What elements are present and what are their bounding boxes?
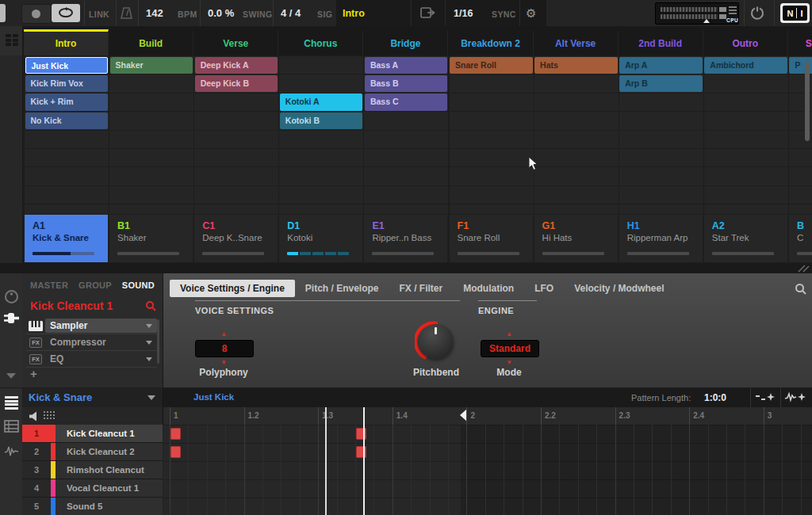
bpm-value[interactable]: 142 xyxy=(146,7,163,19)
pattern-cell-arp-a[interactable]: Arp A xyxy=(619,57,703,74)
track-row-vocal-cleancut-1[interactable]: 4Vocal Cleancut 1 xyxy=(22,479,163,498)
sound-search-icon[interactable] xyxy=(145,300,156,311)
pattern-length-value[interactable]: 1:0:0 xyxy=(704,392,726,403)
editor-group-header[interactable]: Kick & Snare xyxy=(22,388,163,407)
group-g1[interactable]: G1Hi Hats xyxy=(534,215,618,262)
record-button[interactable] xyxy=(21,4,52,24)
track-number[interactable]: 5 xyxy=(22,498,51,515)
play-button[interactable] xyxy=(0,4,6,22)
scene-tab-s[interactable]: S xyxy=(788,29,812,55)
pattern-cell-ambichord[interactable]: Ambichord xyxy=(704,57,787,74)
chevron-down-icon[interactable] xyxy=(146,341,152,345)
collapse-chevron-icon[interactable] xyxy=(6,373,16,379)
pattern-cell-snare-roll[interactable]: Snare Roll xyxy=(450,57,533,74)
mode-value[interactable]: Standard xyxy=(481,340,539,357)
pattern-cell-bass-c[interactable]: Bass C xyxy=(365,93,448,110)
pattern-cell-just-kick[interactable]: Just Kick xyxy=(25,57,109,74)
plugin-row-compressor[interactable]: FXCompressor xyxy=(26,334,157,351)
scene-tab-alt-verse[interactable]: Alt Verse xyxy=(534,29,619,55)
tab-lfo[interactable]: LFO xyxy=(524,280,564,297)
tab-group[interactable]: GROUP xyxy=(79,280,112,290)
speaker-icon[interactable] xyxy=(29,411,40,422)
scene-tab-breakdown-2[interactable]: Breakdown 2 xyxy=(448,29,533,55)
pattern-cell-arp-b[interactable]: Arp B xyxy=(619,75,703,92)
step-mode-button[interactable] xyxy=(752,388,779,407)
note-block[interactable] xyxy=(170,446,181,458)
group-e1[interactable]: E1Ripper..n Bass xyxy=(364,215,447,262)
plugin-row-eq[interactable]: FXEQ xyxy=(26,351,157,368)
tab-voice-settings-engine[interactable]: Voice Settings / Engine xyxy=(170,280,295,297)
track-row-rimshot-cleancut[interactable]: 3Rimshot Cleancut xyxy=(22,461,163,479)
pattern-cell-deep-kick-b[interactable]: Deep Kick B xyxy=(195,75,278,92)
scene-tab-bridge[interactable]: Bridge xyxy=(363,29,448,55)
plugin-row-sampler[interactable]: Sampler xyxy=(26,318,157,334)
pattern-cell-deep-kick-a[interactable]: Deep Kick A xyxy=(195,57,278,74)
grid-dots-icon[interactable] xyxy=(44,411,55,422)
track-number[interactable]: 1 xyxy=(22,425,51,442)
tab-fx-filter[interactable]: FX / Filter xyxy=(389,280,454,297)
track-number[interactable]: 4 xyxy=(22,479,51,497)
pattern-cell-kotoki-b[interactable]: Kotoki B xyxy=(280,113,363,129)
group-b[interactable]: BC xyxy=(789,215,812,262)
chevron-down-icon[interactable] xyxy=(146,324,152,328)
scene-tab-chorus[interactable]: Chorus xyxy=(278,29,363,55)
editor-pattern-name[interactable]: Just Kick xyxy=(193,392,234,402)
audition-button[interactable] xyxy=(782,388,809,407)
mode-down-icon[interactable]: ▼ xyxy=(481,359,538,366)
group-h1[interactable]: H1Ripperman Arp xyxy=(619,215,703,262)
track-row-kick-cleancut-1[interactable]: 1Kick Cleancut 1 xyxy=(22,425,163,443)
scene-tab-outro[interactable]: Outro xyxy=(703,29,788,55)
metronome-icon[interactable] xyxy=(120,6,133,20)
timeline-ruler[interactable]: 11.21.31.422.22.32.43 xyxy=(163,407,812,425)
arranger-scrollbar[interactable] xyxy=(805,62,810,141)
pattern-cell-hats[interactable]: Hats xyxy=(534,57,618,74)
sound-name[interactable]: Kick Cleancut 1 xyxy=(30,299,113,312)
tab-master[interactable]: MASTER xyxy=(30,280,68,290)
count-in-icon[interactable] xyxy=(420,7,435,19)
scene-tab-intro[interactable]: Intro xyxy=(24,29,109,55)
tab-pitch-envelope[interactable]: Pitch / Envelope xyxy=(295,280,389,297)
polyphony-down-icon[interactable]: ▼ xyxy=(195,359,252,366)
resize-handle-icon[interactable] xyxy=(795,265,810,273)
arranger-view-button[interactable] xyxy=(0,26,22,55)
track-row-sound-5[interactable]: 5Sound 5 xyxy=(22,498,163,515)
knob-view-icon[interactable] xyxy=(4,289,19,304)
mode-up-icon[interactable]: ▲ xyxy=(481,330,538,338)
pattern-cell-bass-b[interactable]: Bass B xyxy=(365,75,448,92)
pattern-end-line[interactable] xyxy=(325,407,327,515)
pattern-cell-kick-rim-vox[interactable]: Kick Rim Vox xyxy=(25,75,109,92)
tab-modulation[interactable]: Modulation xyxy=(453,280,524,297)
group-f1[interactable]: F1Snare Roll xyxy=(450,215,533,262)
scene-tab-build[interactable]: Build xyxy=(109,29,193,55)
note-grid[interactable] xyxy=(163,425,812,515)
note-block[interactable] xyxy=(356,428,366,440)
polyphony-up-icon[interactable]: ▲ xyxy=(195,330,252,338)
piano-roll-icon[interactable] xyxy=(4,420,19,433)
section-display[interactable]: Intro xyxy=(343,8,365,19)
sampler-wave-icon[interactable] xyxy=(4,445,19,458)
group-a1[interactable]: A1Kick & Snare xyxy=(25,215,108,262)
power-icon[interactable] xyxy=(750,6,764,20)
group-c1[interactable]: C1Deep K..Snare xyxy=(194,215,278,262)
group-a2[interactable]: A2Star Trek xyxy=(704,215,787,262)
track-row-kick-cleancut-2[interactable]: 2Kick Cleancut 2 xyxy=(22,443,163,461)
group-d1[interactable]: D1Kotoki xyxy=(279,215,362,262)
loop-button[interactable] xyxy=(52,4,80,22)
gear-icon[interactable]: ⚙ xyxy=(526,6,536,21)
list-view-icon[interactable] xyxy=(5,396,18,410)
plugin-plug-icon[interactable] xyxy=(3,311,20,325)
track-number[interactable]: 2 xyxy=(22,443,51,460)
add-plugin-button[interactable]: + xyxy=(30,367,37,380)
link-toggle[interactable]: LINK xyxy=(89,10,109,19)
pattern-cell-bass-a[interactable]: Bass A xyxy=(365,57,448,74)
note-block[interactable] xyxy=(356,446,366,458)
plugin-scrollbar[interactable] xyxy=(157,319,159,364)
step-value[interactable]: 1/16 xyxy=(454,8,473,19)
pattern-cell-no-kick[interactable]: No Kick xyxy=(25,113,109,129)
pattern-cell-kotoki-a[interactable]: Kotoki A xyxy=(280,93,363,110)
polyphony-value[interactable]: 8 xyxy=(195,340,254,357)
scene-tab-verse[interactable]: Verse xyxy=(193,29,278,55)
pattern-cell-shaker[interactable]: Shaker xyxy=(110,57,193,74)
pattern-grid[interactable]: Just KickKick Rim VoxKick + RimNo KickSh… xyxy=(24,55,812,214)
group-b1[interactable]: B1Shaker xyxy=(109,215,193,262)
